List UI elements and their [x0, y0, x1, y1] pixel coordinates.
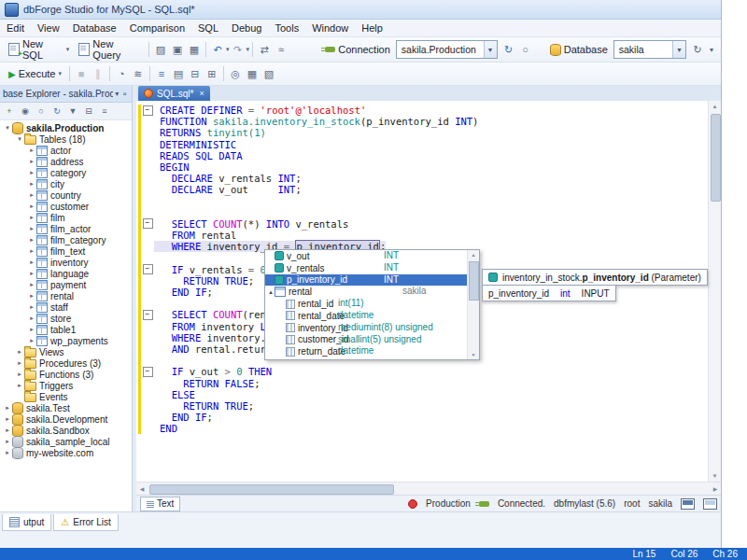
tree-item-my-website-com[interactable]: ▸my-website.com [0, 447, 132, 458]
connection-combo-arrow-icon[interactable]: ▼ [484, 41, 497, 58]
tree-expander-icon[interactable]: ▸ [27, 315, 36, 322]
autocomplete-item-inventory-id[interactable]: inventory_idmediumint(8) unsigned [265, 322, 467, 334]
menu-item-sql[interactable]: SQL [191, 21, 225, 35]
tree-item-actor[interactable]: ▸actor [0, 145, 132, 156]
tree-item-country[interactable]: ▸country [0, 189, 132, 201]
tree-expander-icon[interactable]: ▸ [27, 326, 36, 333]
scroll-up-icon[interactable]: ▲ [709, 101, 721, 112]
menu-item-tools[interactable]: Tools [268, 21, 305, 35]
result-view-toggle-icon[interactable] [703, 498, 717, 510]
fold-toggle[interactable]: − [141, 218, 154, 230]
tree-item-sakila-development[interactable]: ▸sakila.Development [0, 413, 132, 425]
tree-item-views[interactable]: ▸Views [0, 346, 132, 357]
new-query-button[interactable]: New Query [74, 40, 146, 59]
disconnect-icon[interactable]: ○ [517, 40, 534, 59]
tree-item-store[interactable]: ▸store [0, 313, 132, 324]
tree-item-city[interactable]: ▸city [0, 178, 132, 189]
open-file-icon[interactable]: ▨ [152, 40, 169, 59]
popup-expander-icon[interactable]: ▲ [267, 289, 275, 295]
connection-state[interactable]: Connected. [498, 498, 545, 509]
tree-expander-icon[interactable]: ▸ [3, 438, 12, 445]
new-sql-dropdown-icon[interactable]: ▾ [66, 46, 70, 53]
editor-horizontal-scrollbar[interactable]: ◀ ▶ [136, 482, 721, 495]
autocomplete-item-rental-date[interactable]: rental_datedatetime [265, 310, 467, 322]
tree-expander-icon[interactable]: ▸ [27, 303, 36, 311]
tree-item-sakila-sandbox[interactable]: ▸sakila.Sandbox [0, 425, 132, 436]
tree-item-film-actor[interactable]: ▸film_actor [0, 223, 132, 234]
tree-expander-icon[interactable]: ▸ [15, 348, 24, 356]
tree-expander-icon[interactable]: ▸ [27, 214, 36, 221]
panel-menu-icon[interactable]: ▾ [113, 90, 120, 98]
tree-item-events[interactable]: Events [0, 391, 132, 402]
menu-item-edit[interactable]: Edit [0, 21, 31, 35]
tree-expander-icon[interactable]: ▸ [27, 247, 36, 255]
tree-item-staff[interactable]: ▸staff [0, 301, 132, 313]
fold-toggle[interactable]: − [141, 309, 154, 320]
tree-item-functions-3[interactable]: ▸Functions (3) [0, 369, 132, 380]
menu-item-debug[interactable]: Debug [225, 21, 268, 35]
connection-combo[interactable]: sakila.Production ▼ [396, 40, 498, 59]
tree-expander-icon[interactable]: ▸ [3, 449, 12, 456]
autocomplete-item-v-out[interactable]: v_outINT [265, 250, 467, 262]
current-database[interactable]: sakila [648, 498, 672, 509]
connect-icon[interactable]: ◉ [18, 105, 33, 119]
tree-item-wp-payments[interactable]: ▸wp_payments [0, 335, 132, 346]
redo-icon[interactable]: ↷ [230, 40, 247, 59]
vertical-scroll-thumb[interactable] [711, 114, 721, 202]
save-all-icon[interactable]: ▦ [186, 40, 203, 59]
database-combo[interactable]: sakila ▼ [613, 40, 686, 59]
tree-item-payment[interactable]: ▸payment [0, 279, 132, 290]
tree-item-film-text[interactable]: ▸film_text [0, 245, 132, 257]
new-connection-icon[interactable]: + [2, 105, 17, 119]
autocomplete-item-customer-id[interactable]: customer_idsmallint(5) unsigned [265, 334, 467, 346]
tree-expander-icon[interactable]: ▸ [27, 236, 36, 244]
stop-icon[interactable]: ■ [73, 64, 90, 83]
tree-item-sakila-production[interactable]: ▾sakila.Production [0, 122, 132, 133]
autocomplete-item-v-rentals[interactable]: v_rentalsINT [265, 262, 467, 274]
tree-item-procedures-3[interactable]: ▸Procedures (3) [0, 357, 132, 369]
popup-scroll-down-icon[interactable]: ▼ [468, 350, 479, 359]
tree-expander-icon[interactable]: ▸ [27, 337, 36, 344]
tree-item-inventory[interactable]: ▸inventory [0, 257, 132, 268]
save-icon[interactable]: ▣ [169, 40, 186, 59]
find-icon[interactable]: ◎ [227, 64, 244, 83]
user-name[interactable]: root [624, 498, 640, 509]
results-text-icon[interactable]: ▧ [261, 64, 277, 83]
menu-item-help[interactable]: Help [355, 21, 389, 35]
tab-close-icon[interactable]: × [199, 89, 204, 98]
results-grid-icon[interactable]: ▦ [244, 64, 261, 83]
tree-expander-icon[interactable]: ▸ [15, 371, 24, 378]
explain-plan-icon[interactable]: ≋ [130, 64, 147, 83]
menu-item-view[interactable]: View [31, 21, 66, 35]
tab-output[interactable]: utput [2, 514, 51, 531]
refresh-database-icon[interactable]: ↻ [689, 40, 706, 59]
filter-icon[interactable]: ▼ [65, 105, 80, 119]
tree-item-sakila-test[interactable]: ▸sakila.Test [0, 402, 132, 413]
tree-expander-icon[interactable]: ▸ [27, 180, 36, 188]
tree-item-film-category[interactable]: ▸film_category [0, 234, 132, 245]
tree-expander-icon[interactable]: ▸ [27, 147, 36, 154]
tree-expander-icon[interactable]: ▸ [27, 270, 36, 277]
execute-dropdown-icon[interactable]: ▾ [58, 70, 62, 77]
tree-expander-icon[interactable]: ▸ [27, 225, 36, 232]
uncomment-icon[interactable]: ⊞ [204, 64, 220, 83]
autocomplete-item-rental-id[interactable]: rental_idint(11) [265, 298, 467, 310]
tree-item-film[interactable]: ▸film [0, 212, 132, 223]
new-sql-button[interactable]: New SQL ▾ [4, 40, 74, 59]
connection-category[interactable]: Production [426, 498, 471, 509]
refresh-icon[interactable]: ↻ [49, 105, 64, 119]
toolbar-overflow-icon[interactable]: ▾ [706, 46, 717, 54]
tree-item-table1[interactable]: ▸table1 [0, 324, 132, 335]
format-sql-icon[interactable]: ≡ [153, 64, 170, 83]
tree-expander-icon[interactable]: ▾ [3, 124, 12, 132]
tree-expander-icon[interactable]: ▸ [27, 259, 36, 266]
tree-item-category[interactable]: ▸category [0, 167, 132, 178]
autocomplete-item-rental[interactable]: ▲rentalsakila [265, 286, 467, 298]
tree-expander-icon[interactable]: ▸ [27, 158, 36, 165]
editor-view-toggle-icon[interactable] [681, 498, 695, 510]
tree-expander-icon[interactable]: ▸ [27, 281, 36, 288]
pause-icon[interactable]: ∥ [90, 64, 106, 83]
tab-sql-file[interactable]: SQL.sql* × [138, 86, 210, 101]
popup-scroll-thumb[interactable] [469, 261, 479, 301]
tree-item-rental[interactable]: ▸rental [0, 290, 132, 301]
